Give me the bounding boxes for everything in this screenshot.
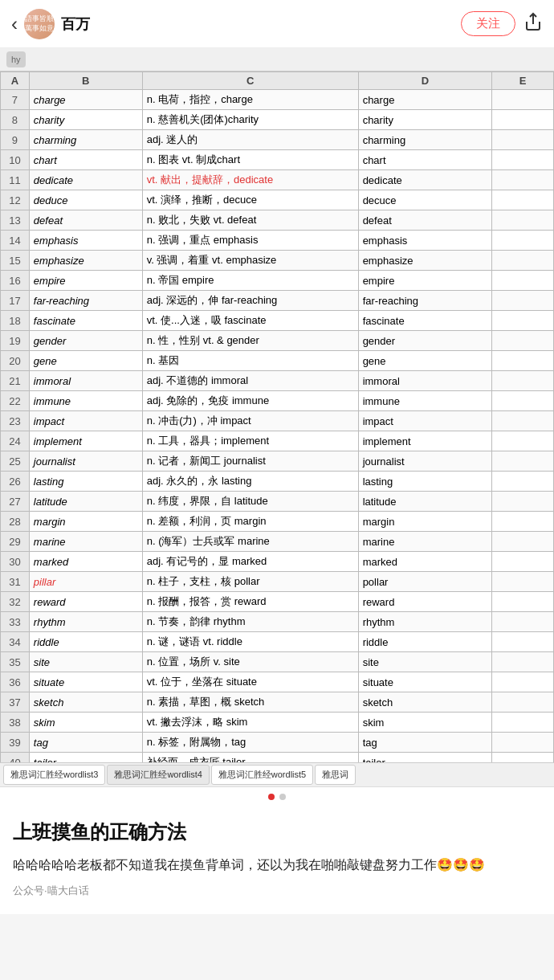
row-number: 35 — [1, 652, 30, 672]
table-row: 8charityn. 慈善机关(团体)charitycharity — [1, 110, 554, 130]
table-row: 22immuneadj. 免除的，免疫 immuneimmune — [1, 391, 554, 411]
row-number: 26 — [1, 472, 30, 492]
row-number: 29 — [1, 532, 30, 552]
dot-2 — [279, 794, 286, 800]
row-number: 15 — [1, 251, 30, 271]
definition-cell: n. 差额，利润，页 margin — [142, 512, 358, 532]
table-row: 11dedicatevt. 献出，提献辞，dedicatededicate — [1, 170, 554, 190]
definition-cell: v. 强调，着重 vt. emphasize — [142, 251, 358, 271]
extra-cell — [492, 150, 554, 170]
table-row: 26lastingadj. 永久的，永 lastinglasting — [1, 472, 554, 492]
scroll-indicator: hy — [6, 51, 26, 67]
extra-cell — [492, 210, 554, 231]
word-cell: pillar — [29, 572, 142, 592]
extra-cell — [492, 251, 554, 271]
definition-cell: 补经而，成衣匠 tailor — [142, 753, 358, 763]
back-button[interactable]: ‹ — [11, 13, 18, 35]
table-row: 34riddlen. 谜，谜语 vt. riddleriddle — [1, 632, 554, 652]
definition-cell: n. 素描，草图，概 sketch — [142, 692, 358, 713]
sheet-tab-3[interactable]: 雅思词汇胜经wordlist5 — [211, 765, 313, 785]
article-body: 哈哈哈哈哈老板都不知道我在摸鱼背单词，还以为我在啪啪敲键盘努力工作🤩🤩🤩 — [13, 854, 541, 877]
english-cell: gender — [358, 331, 491, 351]
word-cell: margin — [29, 512, 142, 532]
definition-cell: n. 强调，重点 emphasis — [142, 231, 358, 251]
table-row: 31pillarn. 柱子，支柱，核 pollarpollar — [1, 572, 554, 592]
definition-cell: n. 位置，场所 v. site — [142, 652, 358, 672]
share-icon[interactable] — [523, 12, 543, 36]
english-cell: emphasis — [358, 231, 491, 251]
extra-cell — [492, 170, 554, 190]
english-cell: tailor — [358, 753, 491, 763]
row-number: 25 — [1, 451, 30, 472]
english-cell: sketch — [358, 692, 491, 713]
english-cell: empire — [358, 271, 491, 291]
table-row: 37sketchn. 素描，草图，概 sketchsketch — [1, 692, 554, 713]
word-cell: gender — [29, 331, 142, 351]
row-number: 32 — [1, 592, 30, 612]
definition-cell: vt. 演绎，推断，decuce — [142, 190, 358, 210]
table-row: 15emphasizev. 强调，着重 vt. emphasizeemphasi… — [1, 251, 554, 271]
english-cell: fascinate — [358, 311, 491, 331]
english-cell: far-reaching — [358, 291, 491, 311]
extra-cell — [492, 351, 554, 371]
sheet-tabs: 雅思词汇胜经wordlist3 雅思词汇胜经wordlist4 雅思词汇胜经wo… — [0, 762, 554, 786]
english-cell: immune — [358, 391, 491, 411]
sheet-tab-4[interactable]: 雅思词 — [315, 765, 356, 785]
table-row: 10chartn. 图表 vt. 制成chartchart — [1, 150, 554, 170]
table-row: 32rewardn. 报酬，报答，赏 rewardreward — [1, 592, 554, 612]
table-row: 33rhythmn. 节奏，韵律 rhythmrhythm — [1, 612, 554, 632]
definition-cell: adj. 免除的，免疫 immune — [142, 391, 358, 411]
english-cell: dedicate — [358, 170, 491, 190]
table-row: 39tagn. 标签，附属物，tagtag — [1, 733, 554, 753]
word-cell: charming — [29, 130, 142, 150]
english-cell: rhythm — [358, 612, 491, 632]
definition-cell: n. 冲击(力)，冲 impact — [142, 411, 358, 431]
english-cell: charge — [358, 90, 491, 110]
word-cell: implement — [29, 431, 142, 451]
row-number: 28 — [1, 512, 30, 532]
row-number: 8 — [1, 110, 30, 130]
row-number: 18 — [1, 311, 30, 331]
spreadsheet-section: hy A B C D E 7chargen. 电荷，指控，chargecharg… — [0, 48, 554, 787]
row-number: 21 — [1, 371, 30, 391]
extra-cell — [492, 532, 554, 552]
dot-1 — [268, 794, 275, 800]
definition-cell: vt. 献出，提献辞，dedicate — [142, 170, 358, 190]
english-cell: riddle — [358, 632, 491, 652]
english-cell: pollar — [358, 572, 491, 592]
table-row: 21immoraladj. 不道德的 immoralimmoral — [1, 371, 554, 391]
extra-cell — [492, 612, 554, 632]
col-header-a: A — [1, 72, 30, 90]
word-cell: tag — [29, 733, 142, 753]
word-cell: skim — [29, 713, 142, 733]
english-cell: decuce — [358, 190, 491, 210]
definition-cell: n. 败北，失败 vt. defeat — [142, 210, 358, 231]
sheet-tab-2[interactable]: 雅思词汇胜经wordlist4 — [107, 765, 209, 785]
table-row: 27latituden. 纬度，界限，自 latitudelatitude — [1, 492, 554, 512]
extra-cell — [492, 190, 554, 210]
extra-cell — [492, 291, 554, 311]
definition-cell: n. 工具，器具；implement — [142, 431, 358, 451]
sheet-tab-1[interactable]: 雅思词汇胜经wordlist3 — [3, 765, 105, 785]
extra-cell — [492, 472, 554, 492]
extra-cell — [492, 512, 554, 532]
definition-cell: adj. 永久的，永 lasting — [142, 472, 358, 492]
row-number: 33 — [1, 612, 30, 632]
definition-cell: n. 报酬，报答，赏 reward — [142, 592, 358, 612]
extra-cell — [492, 90, 554, 110]
definition-cell: vt. 位于，坐落在 situate — [142, 672, 358, 692]
word-cell: lasting — [29, 472, 142, 492]
word-cell: emphasize — [29, 251, 142, 271]
excel-table-container[interactable]: A B C D E 7chargen. 电荷，指控，chargecharge8c… — [0, 71, 554, 762]
extra-cell — [492, 311, 554, 331]
extra-cell — [492, 431, 554, 451]
word-cell: deduce — [29, 190, 142, 210]
table-row: 7chargen. 电荷，指控，chargecharge — [1, 90, 554, 110]
row-number: 13 — [1, 210, 30, 231]
word-cell: fascinate — [29, 311, 142, 331]
definition-cell: n. 纬度，界限，自 latitude — [142, 492, 358, 512]
article-footer: 公众号·喵大白话 — [13, 884, 541, 898]
definition-cell: n. (海军）士兵或军 marine — [142, 532, 358, 552]
follow-button[interactable]: 关注 — [461, 11, 515, 36]
word-cell: charity — [29, 110, 142, 130]
